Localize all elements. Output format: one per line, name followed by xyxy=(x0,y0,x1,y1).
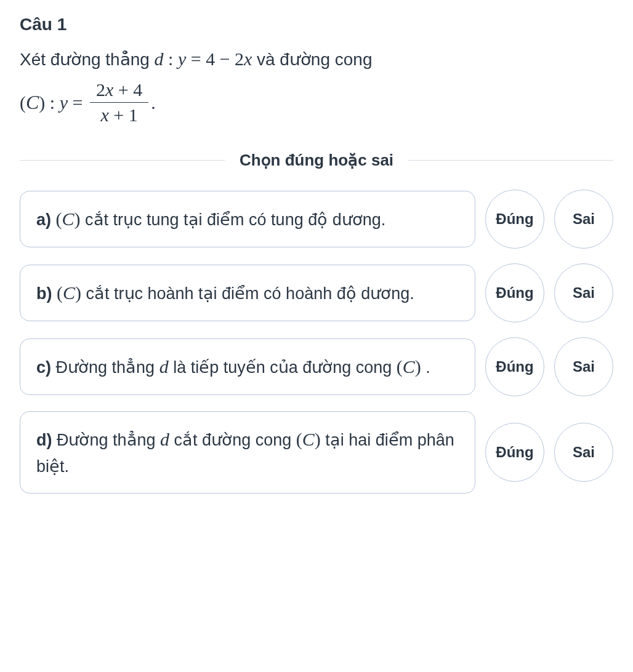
option-row-d: d) Đường thẳng d cắt đường cong (C) tại … xyxy=(20,411,613,494)
true-button-c[interactable]: Đúng xyxy=(485,337,544,396)
true-button-a[interactable]: Đúng xyxy=(485,190,544,249)
fraction: 2x + 4 x + 1 xyxy=(90,79,148,126)
option-row-a: a) (C) cắt trục tung tại điểm có tung độ… xyxy=(20,190,613,249)
fraction-numerator: 2x + 4 xyxy=(90,79,148,103)
option-math-c1: d xyxy=(159,356,169,377)
math-line-d: d : y = 4 − 2x xyxy=(155,49,257,69)
option-math-d1: d xyxy=(160,429,169,449)
option-label-d: d) xyxy=(36,431,52,449)
option-text-c-pre: Đường thẳng xyxy=(56,358,159,377)
prompt-prefix: Xét đường thẳng xyxy=(20,50,155,69)
divider-line-left xyxy=(20,160,225,161)
option-math-b: (C) xyxy=(57,282,86,303)
option-box-a: a) (C) cắt trục tung tại điểm có tung độ… xyxy=(20,191,475,248)
option-box-d: d) Đường thẳng d cắt đường cong (C) tại … xyxy=(20,411,475,494)
option-text-d-pre: Đường thẳng xyxy=(57,431,160,449)
option-math-c2: (C) xyxy=(397,356,421,377)
option-text-d-post: cắt đường cong xyxy=(174,431,296,449)
option-label-c: c) xyxy=(36,358,51,377)
option-box-c: c) Đường thẳng d là tiếp tuyến của đường… xyxy=(20,338,475,396)
option-math-a: (C) xyxy=(56,209,86,229)
curve-y: y xyxy=(60,88,68,118)
fraction-denominator: x + 1 xyxy=(90,103,148,126)
false-button-c[interactable]: Sai xyxy=(554,337,613,396)
curve-eq-sign: = xyxy=(68,88,87,118)
option-text-c-end: . xyxy=(425,358,430,377)
instruction-divider: Chọn đúng hoặc sai xyxy=(20,151,613,170)
curve-label: (C) : xyxy=(20,87,60,118)
false-button-b[interactable]: Sai xyxy=(554,263,613,322)
question-body: Xét đường thẳng d : y = 4 − 2x và đường … xyxy=(20,44,613,126)
period: . xyxy=(151,88,156,118)
option-text-a: cắt trục tung tại điểm có tung độ dương. xyxy=(85,210,385,229)
false-button-a[interactable]: Sai xyxy=(554,190,613,249)
option-text-b: cắt trục hoành tại điểm có hoành độ dươn… xyxy=(86,284,414,303)
option-label-b: b) xyxy=(36,284,52,303)
prompt-mid: và đường cong xyxy=(257,50,373,69)
question-container: Câu 1 Xét đường thẳng d : y = 4 − 2x và … xyxy=(0,0,633,672)
option-math-d2: (C) xyxy=(296,429,321,449)
true-button-b[interactable]: Đúng xyxy=(485,263,544,322)
question-title: Câu 1 xyxy=(20,15,613,34)
option-text-c-post: là tiếp tuyến của đường cong xyxy=(173,358,397,377)
option-label-a: a) xyxy=(36,210,51,229)
option-row-b: b) (C) cắt trục hoành tại điểm có hoành … xyxy=(20,263,613,322)
true-button-d[interactable]: Đúng xyxy=(485,423,544,482)
option-row-c: c) Đường thẳng d là tiếp tuyến của đường… xyxy=(20,337,613,396)
instruction-text: Chọn đúng hoặc sai xyxy=(225,151,408,170)
divider-line-right xyxy=(408,160,613,161)
curve-equation: (C) : y = 2x + 4 x + 1 . xyxy=(20,79,613,126)
option-box-b: b) (C) cắt trục hoành tại điểm có hoành … xyxy=(20,265,475,322)
false-button-d[interactable]: Sai xyxy=(554,423,613,482)
